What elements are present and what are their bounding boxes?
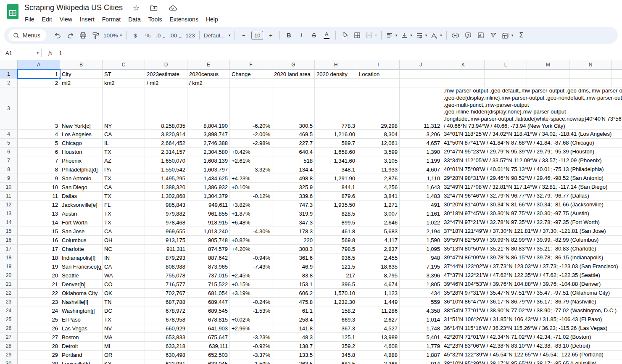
- cell-A29[interactable]: 29: [18, 351, 60, 359]
- cell-D11[interactable]: 1,302,868: [145, 192, 187, 200]
- column-header-M[interactable]: M: [527, 60, 569, 70]
- cell-A28[interactable]: 28: [18, 342, 60, 350]
- move-folder-icon[interactable]: [150, 4, 158, 12]
- cell-G14[interactable]: 347.3: [272, 218, 315, 227]
- cell-H6[interactable]: 1,658.60: [315, 148, 357, 156]
- cell-H9[interactable]: 1,291.90: [315, 174, 357, 182]
- cell-G23[interactable]: 475.8: [272, 298, 315, 306]
- cell-J7[interactable]: 1,199: [400, 156, 442, 165]
- cell-I8[interactable]: 11,933: [357, 165, 400, 174]
- cell-B23[interactable]: Nashville[i]: [60, 298, 103, 306]
- cell-E27[interactable]: 675,647: [187, 333, 230, 341]
- cell-F5[interactable]: -2.98%: [230, 139, 272, 147]
- cell-G20[interactable]: 83.8: [272, 271, 315, 280]
- cell-F13[interactable]: +1.87%: [230, 209, 272, 218]
- cell-K29[interactable]: 45°32'N 122°39'W / 45.54°N 122.65°W / 45…: [442, 351, 485, 359]
- insert-link-button[interactable]: [449, 29, 462, 41]
- cell-G24[interactable]: 61.1: [272, 306, 315, 315]
- cell-partial6[interactable]: [612, 148, 622, 156]
- cell-E29[interactable]: 652,503: [187, 351, 230, 359]
- cell-A25[interactable]: 25: [18, 315, 60, 324]
- cell-G2[interactable]: [272, 79, 315, 87]
- column-header-L[interactable]: L: [485, 60, 527, 70]
- cell-A12[interactable]: 12: [18, 200, 60, 209]
- functions-button[interactable]: Σ: [515, 29, 527, 41]
- cell-B3[interactable]: New York[c]: [60, 87, 103, 129]
- cell-I14[interactable]: 2,646: [357, 218, 400, 227]
- cell-D15[interactable]: 969,655: [145, 227, 187, 235]
- row-header-20[interactable]: 20: [0, 271, 18, 280]
- cell-K13[interactable]: 30°18'N 97°45'W / 30.30°N 97.75°W / 30.3…: [442, 209, 485, 218]
- cell-A9[interactable]: 9: [18, 174, 60, 182]
- cell-H16[interactable]: 569.8: [315, 236, 357, 244]
- cell-partial21[interactable]: [612, 280, 622, 288]
- cell-E18[interactable]: 887,642: [187, 253, 230, 262]
- cell-F3[interactable]: -6.20%: [230, 87, 272, 129]
- cell-E23[interactable]: 689,447: [187, 298, 230, 306]
- row-header-12[interactable]: 12: [0, 200, 18, 209]
- cell-partial1[interactable]: [612, 70, 622, 78]
- row-header-30[interactable]: 30: [0, 359, 18, 364]
- cell-D17[interactable]: 911,311: [145, 245, 187, 253]
- cell-C6[interactable]: TX: [103, 148, 145, 156]
- format-percent-button[interactable]: %: [142, 29, 154, 41]
- cell-K17[interactable]: 35°13'N 80°50'W / 35.21°N 80.83°W / 35.2…: [442, 245, 485, 253]
- cell-C25[interactable]: TX: [103, 315, 145, 324]
- cell-J14[interactable]: 1,022: [400, 218, 442, 227]
- row-header-26[interactable]: 26: [0, 324, 18, 332]
- cell-B27[interactable]: Boston: [60, 333, 103, 341]
- cell-H29[interactable]: 345.8: [315, 351, 357, 359]
- cell-F25[interactable]: +0.02%: [230, 315, 272, 324]
- cell-I28[interactable]: 4,608: [357, 342, 400, 350]
- cell-I13[interactable]: 3,007: [357, 209, 400, 218]
- cell-D28[interactable]: 633,218: [145, 342, 187, 350]
- column-header-E[interactable]: E: [187, 60, 230, 70]
- cell-I30[interactable]: 2,368: [357, 359, 400, 364]
- cell-K10[interactable]: 32°49'N 117°08'W / 32.81°N 117.14°W / 32…: [442, 183, 485, 191]
- cell-G5[interactable]: 227.7: [272, 139, 315, 147]
- cell-D8[interactable]: 1,550,542: [145, 165, 187, 174]
- column-header-partial[interactable]: [612, 60, 622, 70]
- cell-K19[interactable]: 37°44'N 123°02'W / 37.73°N 123.03°W / 37…: [442, 262, 485, 271]
- paint-format-button[interactable]: [89, 29, 102, 41]
- row-header-24[interactable]: 24: [0, 306, 18, 315]
- star-icon[interactable]: ☆: [133, 4, 140, 12]
- cell-D20[interactable]: 755,078: [145, 271, 187, 280]
- cell-J19[interactable]: 7,195: [400, 262, 442, 271]
- cell-J2[interactable]: [400, 79, 442, 87]
- cell-D24[interactable]: 678,972: [145, 306, 187, 315]
- cell-F6[interactable]: +0.42%: [230, 148, 272, 156]
- cell-E17[interactable]: 874,579: [187, 245, 230, 253]
- cell-I25[interactable]: 2,627: [357, 315, 400, 324]
- menu-data[interactable]: Data: [124, 15, 145, 24]
- cell-G28[interactable]: 138.7: [272, 342, 315, 350]
- row-header-15[interactable]: 15: [0, 227, 18, 235]
- cell-H14[interactable]: 899.5: [315, 218, 357, 227]
- cell-B5[interactable]: Chicago: [60, 139, 103, 147]
- cell-H8[interactable]: 348.1: [315, 165, 357, 174]
- cell-E20[interactable]: 737,015: [187, 271, 230, 280]
- cell-B9[interactable]: San Antonio: [60, 174, 103, 182]
- cell-H19[interactable]: 121.5: [315, 262, 357, 271]
- cell-K3[interactable]: .mw-parser-output .geo-default,.mw-parse…: [442, 87, 485, 129]
- cell-B26[interactable]: Las Vegas: [60, 324, 103, 332]
- row-header-17[interactable]: 17: [0, 245, 18, 253]
- column-header-C[interactable]: C: [103, 60, 145, 70]
- cell-partial9[interactable]: [612, 174, 622, 182]
- cell-E7[interactable]: 1,608,139: [187, 156, 230, 165]
- menu-view[interactable]: View: [56, 15, 76, 24]
- cell-A27[interactable]: 27: [18, 333, 60, 341]
- row-header-10[interactable]: 10: [0, 183, 18, 191]
- cell-H1[interactable]: 2020 density: [315, 70, 357, 78]
- cell-I3[interactable]: 29,298: [357, 87, 400, 129]
- fill-color-button[interactable]: [338, 29, 351, 41]
- increase-font-size-button[interactable]: +: [264, 29, 277, 41]
- cell-G9[interactable]: 498.8: [272, 174, 315, 182]
- cell-J9[interactable]: 1,110: [400, 174, 442, 182]
- cell-E3[interactable]: 8,804,190: [187, 87, 230, 129]
- cell-H21[interactable]: 396.5: [315, 280, 357, 288]
- cell-A22[interactable]: 22: [18, 289, 60, 297]
- cell-C5[interactable]: IL: [103, 139, 145, 147]
- cell-K22[interactable]: 35°28'N 97°31'W / 35.47°N 97.51°W / 35.4…: [442, 289, 485, 297]
- cell-B4[interactable]: Los Angeles: [60, 130, 103, 138]
